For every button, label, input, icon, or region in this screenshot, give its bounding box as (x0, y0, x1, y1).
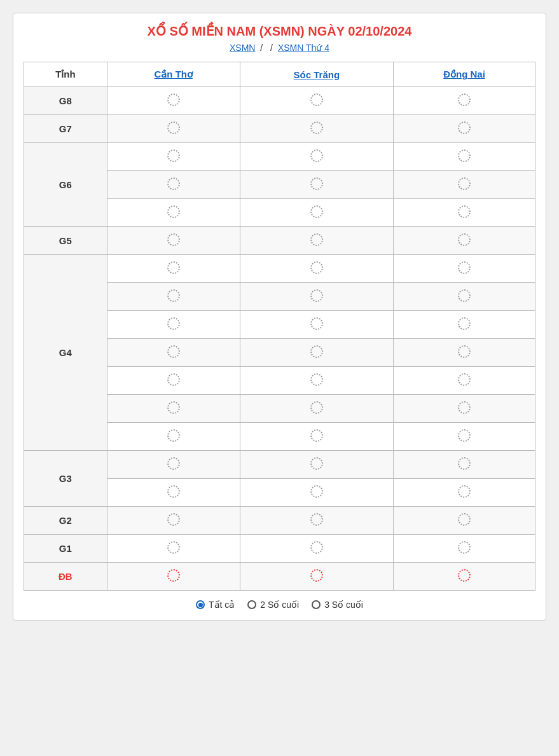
row-label-G8: G8 (24, 87, 107, 115)
col-dong-nai-header: Đồng Nai (394, 62, 535, 87)
spinner-ĐB-row0-col2 (458, 569, 471, 582)
row-label-G4: G4 (24, 255, 107, 451)
spinner-G4-row4-col2 (458, 373, 471, 386)
cell-G4-row2-col0 (107, 311, 240, 339)
spinner-G4-row6-col2 (458, 429, 471, 442)
option-3-so-cuoi[interactable]: 3 Số cuối (312, 600, 363, 610)
col-tinh-header: Tỉnh (24, 62, 107, 87)
cell-G4-row6-col0 (107, 423, 240, 451)
spinner-G4-row5-col0 (167, 401, 180, 414)
cell-G3-row0-col1 (240, 451, 393, 479)
cell-G1-row0-col2 (394, 535, 535, 563)
cell-G4-row3-col2 (394, 339, 535, 367)
breadcrumb: XSMN / / XSMN Thứ 4 (24, 43, 535, 53)
lottery-table: Tỉnh Cần Thơ Sóc Trăng Đồng Nai G8G7G6G5… (24, 62, 535, 591)
spinner-G7-row0-col1 (310, 121, 323, 134)
spinner-G4-row5-col2 (458, 401, 471, 414)
spinner-G7-row0-col0 (167, 121, 180, 134)
spinner-G1-row0-col1 (310, 541, 323, 554)
spinner-G6-row1-col0 (167, 177, 180, 190)
cell-G4-row3-col0 (107, 339, 240, 367)
cell-G3-row1-col2 (394, 479, 535, 507)
spinner-G4-row0-col1 (310, 261, 323, 274)
dong-nai-link[interactable]: Đồng Nai (443, 69, 485, 79)
spinner-G3-row0-col1 (310, 457, 323, 470)
spinner-G4-row3-col2 (458, 345, 471, 358)
cell-G7-row0-col0 (107, 115, 240, 143)
spinner-G4-row3-col1 (310, 345, 323, 358)
cell-ĐB-row0-col0 (107, 563, 240, 591)
breadcrumb-xsmn[interactable]: XSMN (230, 43, 255, 53)
radio-2-so-cuoi[interactable] (247, 600, 256, 609)
col-can-tho-header: Cần Thơ (107, 62, 240, 87)
spinner-G5-row0-col0 (167, 233, 180, 246)
cell-G8-row0-col2 (394, 87, 535, 115)
spinner-G4-row6-col1 (310, 429, 323, 442)
spinner-G6-row2-col2 (458, 205, 471, 218)
cell-G3-row1-col1 (240, 479, 393, 507)
page-title: XỔ SỐ MIỀN NAM (XSMN) NGÀY 02/10/2024 (24, 24, 535, 39)
cell-G4-row1-col0 (107, 283, 240, 311)
spinner-G1-row0-col2 (458, 541, 471, 554)
spinner-G1-row0-col0 (167, 541, 180, 554)
cell-G6-row2-col0 (107, 199, 240, 227)
cell-G4-row4-col2 (394, 367, 535, 395)
radio-tat-ca[interactable] (196, 600, 205, 609)
can-tho-link[interactable]: Cần Thơ (154, 69, 193, 79)
radio-3-so-cuoi[interactable] (312, 600, 321, 609)
row-label-G2: G2 (24, 507, 107, 535)
spinner-G4-row2-col2 (458, 317, 471, 330)
spinner-G3-row1-col0 (167, 485, 180, 498)
spinner-G2-row0-col1 (310, 513, 323, 526)
option-tat-ca[interactable]: Tất cả (196, 600, 235, 610)
cell-G5-row0-col1 (240, 227, 393, 255)
cell-G4-row1-col2 (394, 283, 535, 311)
cell-G1-row0-col1 (240, 535, 393, 563)
cell-ĐB-row0-col2 (394, 563, 535, 591)
label-text-ĐB: ĐB (59, 571, 72, 582)
breadcrumb-xsmn-date[interactable]: XSMN Thứ 4 (278, 43, 329, 53)
cell-G6-row0-col0 (107, 143, 240, 171)
spinner-G4-row1-col0 (167, 289, 180, 302)
label-text-G4: G4 (59, 347, 72, 358)
spinner-G5-row0-col1 (310, 233, 323, 246)
option-2-so-cuoi-label: 2 Số cuối (260, 600, 299, 610)
cell-G8-row0-col0 (107, 87, 240, 115)
cell-G4-row4-col1 (240, 367, 393, 395)
option-2-so-cuoi[interactable]: 2 Số cuối (247, 600, 299, 610)
label-text-G3: G3 (59, 473, 72, 484)
cell-G2-row0-col2 (394, 507, 535, 535)
spinner-G4-row0-col0 (167, 261, 180, 274)
spinner-G3-row1-col1 (310, 485, 323, 498)
option-tat-ca-label: Tất cả (209, 600, 235, 610)
footer: Tất cả 2 Số cuối 3 Số cuối (24, 600, 535, 610)
soc-trang-link[interactable]: Sóc Trăng (294, 69, 340, 80)
cell-G3-row0-col2 (394, 451, 535, 479)
cell-G4-row1-col1 (240, 283, 393, 311)
spinner-G4-row0-col2 (458, 261, 471, 274)
row-label-G3: G3 (24, 451, 107, 507)
label-text-G2: G2 (59, 515, 72, 526)
cell-ĐB-row0-col1 (240, 563, 393, 591)
spinner-G7-row0-col2 (458, 121, 471, 134)
cell-G2-row0-col0 (107, 507, 240, 535)
cell-G6-row1-col0 (107, 171, 240, 199)
row-label-G6: G6 (24, 143, 107, 227)
spinner-G4-row6-col0 (167, 429, 180, 442)
row-label-G7: G7 (24, 115, 107, 143)
cell-G7-row0-col1 (240, 115, 393, 143)
spinner-G3-row1-col2 (458, 485, 471, 498)
cell-G4-row4-col0 (107, 367, 240, 395)
cell-G4-row6-col1 (240, 423, 393, 451)
cell-G4-row0-col0 (107, 255, 240, 283)
option-3-so-cuoi-label: 3 Số cuối (324, 600, 363, 610)
spinner-G4-row1-col2 (458, 289, 471, 302)
spinner-G4-row4-col0 (167, 373, 180, 386)
spinner-G6-row2-col1 (310, 205, 323, 218)
spinner-ĐB-row0-col0 (167, 569, 180, 582)
spinner-G4-row5-col1 (310, 401, 323, 414)
cell-G8-row0-col1 (240, 87, 393, 115)
cell-G2-row0-col1 (240, 507, 393, 535)
cell-G3-row0-col0 (107, 451, 240, 479)
spinner-G8-row0-col2 (458, 93, 471, 106)
